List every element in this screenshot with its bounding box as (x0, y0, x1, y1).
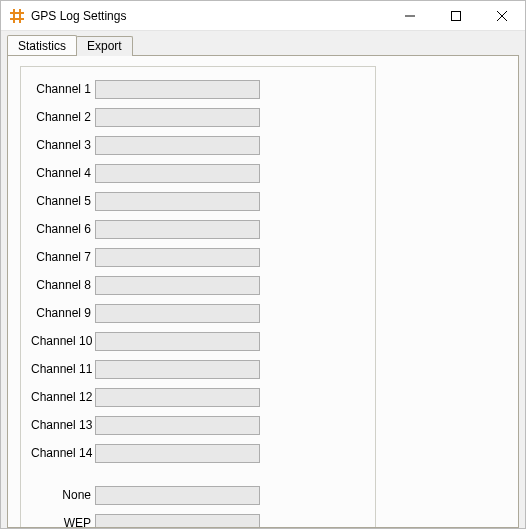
security-label: WEP (31, 516, 93, 528)
channel-label: Channel 4 (31, 166, 93, 180)
channel-label: Channel 6 (31, 222, 93, 236)
channel-row: Channel 14 (31, 439, 365, 467)
channel-row: Channel 9 (31, 299, 365, 327)
minimize-button[interactable] (387, 1, 433, 30)
channel-8-value (95, 276, 260, 295)
channel-row: Channel 1 (31, 75, 365, 103)
security-row: None (31, 481, 365, 509)
channel-label: Channel 2 (31, 110, 93, 124)
channel-row: Channel 8 (31, 271, 365, 299)
channel-2-value (95, 108, 260, 127)
channel-10-value (95, 332, 260, 351)
svg-rect-5 (452, 11, 461, 20)
channel-row: Channel 11 (31, 355, 365, 383)
channel-row: Channel 4 (31, 159, 365, 187)
channel-label: Channel 10 (31, 334, 93, 348)
channel-6-value (95, 220, 260, 239)
channel-label: Channel 5 (31, 194, 93, 208)
channel-label: Channel 14 (31, 446, 93, 460)
client-area: Statistics Export Channel 1 Channel 2 Ch… (1, 31, 525, 528)
channel-label: Channel 3 (31, 138, 93, 152)
close-button[interactable] (479, 1, 525, 30)
channel-row: Channel 7 (31, 243, 365, 271)
channel-5-value (95, 192, 260, 211)
channel-label: Channel 12 (31, 390, 93, 404)
tab-panel-statistics: Channel 1 Channel 2 Channel 3 Channel 4 … (7, 55, 519, 528)
channel-row: Channel 10 (31, 327, 365, 355)
channel-label: Channel 13 (31, 418, 93, 432)
security-row: WEP (31, 509, 365, 528)
channel-1-value (95, 80, 260, 99)
channel-row: Channel 13 (31, 411, 365, 439)
channel-label: Channel 9 (31, 306, 93, 320)
titlebar: GPS Log Settings (1, 1, 525, 31)
channel-3-value (95, 136, 260, 155)
window-controls (387, 1, 525, 30)
channel-14-value (95, 444, 260, 463)
channel-label: Channel 7 (31, 250, 93, 264)
channel-7-value (95, 248, 260, 267)
tab-export[interactable]: Export (76, 36, 133, 56)
tab-statistics[interactable]: Statistics (7, 35, 77, 55)
channel-11-value (95, 360, 260, 379)
security-label: None (31, 488, 93, 502)
statistics-group: Channel 1 Channel 2 Channel 3 Channel 4 … (20, 66, 376, 528)
security-none-value (95, 486, 260, 505)
channel-13-value (95, 416, 260, 435)
channel-label: Channel 11 (31, 362, 93, 376)
channel-row: Channel 3 (31, 131, 365, 159)
security-wep-value (95, 514, 260, 529)
channel-row: Channel 12 (31, 383, 365, 411)
channel-label: Channel 1 (31, 82, 93, 96)
channel-row: Channel 6 (31, 215, 365, 243)
channel-4-value (95, 164, 260, 183)
tab-strip: Statistics Export (7, 35, 519, 55)
app-icon (9, 8, 25, 24)
window-title: GPS Log Settings (31, 9, 387, 23)
channel-9-value (95, 304, 260, 323)
channel-row: Channel 2 (31, 103, 365, 131)
channel-label: Channel 8 (31, 278, 93, 292)
maximize-button[interactable] (433, 1, 479, 30)
channel-row: Channel 5 (31, 187, 365, 215)
channel-12-value (95, 388, 260, 407)
